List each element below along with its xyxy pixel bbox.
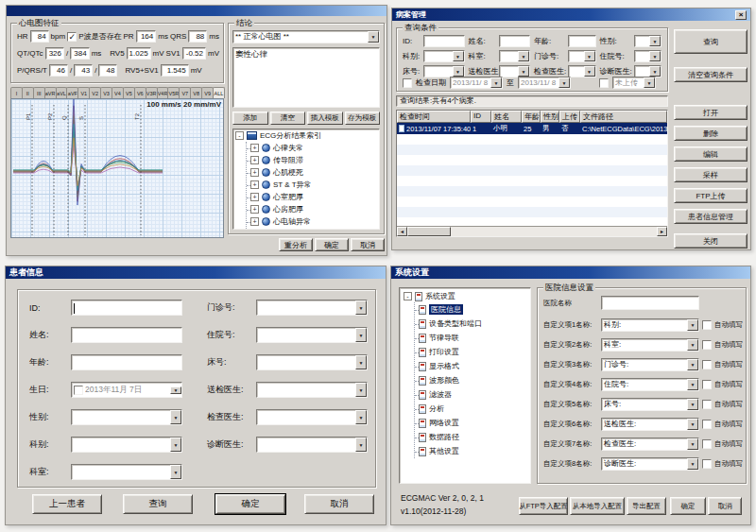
expand-icon[interactable]: + <box>250 217 259 226</box>
upload-filter-combo[interactable]: 未上传 ▼ <box>612 77 656 89</box>
side-button-6[interactable]: FTP上传 <box>674 188 747 203</box>
chevron-down-icon[interactable]: ▼ <box>687 319 698 331</box>
conclusion-tree-item-0[interactable]: +心律失常 <box>249 142 379 154</box>
chevron-down-icon[interactable]: ▼ <box>649 66 661 77</box>
sv1-value[interactable]: -0.52 <box>182 47 206 60</box>
chevron-down-icon[interactable]: ▼ <box>170 465 181 479</box>
lead-tab-v5[interactable]: V5 <box>123 87 135 98</box>
settings-footer-button-3[interactable]: 确定 <box>670 497 706 515</box>
combo-input[interactable]: ▼ <box>634 50 662 62</box>
conclusion-tree-item-2[interactable]: +心肌梗死 <box>249 166 379 179</box>
settings-window-titlebar[interactable]: 系统设置 <box>391 266 750 279</box>
lead-tab-i[interactable]: I <box>10 87 23 98</box>
chevron-down-icon[interactable]: ▼ <box>453 51 464 61</box>
side-button-3[interactable]: 删除 <box>674 126 747 141</box>
side-button-1[interactable]: 清空查询条件 <box>674 67 747 82</box>
combo-input[interactable]: ▼ <box>568 50 596 62</box>
text-input[interactable] <box>423 35 465 47</box>
ecg-footer-button-1[interactable]: 确定 <box>315 238 349 251</box>
date-to-combo[interactable]: 2013/11/ 8 ▼ <box>518 77 571 89</box>
autofill-checkbox[interactable] <box>702 320 712 330</box>
combo-input[interactable]: 送检医生:▼ <box>601 418 699 431</box>
rv5sv1-value[interactable]: 1.545 <box>161 64 189 77</box>
patient-button-3[interactable]: 取消 <box>304 494 374 514</box>
close-icon[interactable]: × <box>735 10 747 20</box>
settings-footer-button-1[interactable]: 从本地导入配置 <box>570 497 625 515</box>
side-button-7[interactable]: 患者信息管理 <box>674 209 747 224</box>
rv5-value[interactable]: 1.025 <box>127 47 151 60</box>
records-window-titlebar[interactable]: 病案管理 × <box>392 9 750 21</box>
qrs-axis-value[interactable]: 43 <box>74 64 93 77</box>
combo-input[interactable]: ▼ <box>256 327 368 343</box>
conclusion-textarea[interactable]: 窦性心律 <box>232 47 380 108</box>
side-button-2[interactable]: 打开 <box>674 105 747 120</box>
combo-input[interactable]: 科室:▼ <box>601 338 699 352</box>
combo-input[interactable]: 科别:▼ <box>601 318 699 332</box>
qt-value[interactable]: 326 <box>45 47 64 60</box>
chevron-down-icon[interactable]: ▼ <box>687 458 698 470</box>
chevron-down-icon[interactable]: ▼ <box>687 438 698 450</box>
lead-tab-ii[interactable]: II <box>22 87 34 98</box>
combo-input[interactable]: ▼ <box>256 354 368 370</box>
chevron-down-icon[interactable]: ▼ <box>649 51 661 61</box>
text-input[interactable] <box>499 35 531 47</box>
text-input[interactable] <box>71 327 182 343</box>
autofill-checkbox[interactable] <box>702 340 712 350</box>
exam-date-checkbox[interactable] <box>403 78 412 88</box>
pr-value[interactable]: 164 <box>136 30 157 43</box>
conclusion-tree-item-4[interactable]: +心室肥厚 <box>249 191 379 203</box>
date-from-combo[interactable]: 2013/11/ 8 ▼ <box>450 77 503 89</box>
combo-input[interactable]: ▼ <box>256 437 368 453</box>
chevron-down-icon[interactable]: ▼ <box>687 359 698 370</box>
lead-tab-iii[interactable]: III <box>33 87 45 98</box>
combo-input[interactable]: ▼ <box>71 409 182 425</box>
chevron-down-icon[interactable]: ▼ <box>453 66 464 77</box>
settings-tree-item-7[interactable]: 分析 <box>417 402 528 416</box>
chevron-down-icon[interactable]: ▼ <box>687 379 698 390</box>
combo-input[interactable]: ▼ <box>423 50 465 62</box>
combo-input[interactable]: 床号:▼ <box>601 398 699 411</box>
expand-icon[interactable]: + <box>250 205 259 214</box>
expand-icon[interactable]: + <box>250 180 259 189</box>
settings-tree-item-6[interactable]: 滤波器 <box>417 387 528 402</box>
chevron-down-icon[interactable]: ▼ <box>687 339 698 351</box>
patient-button-0[interactable]: 上一患者 <box>32 494 102 514</box>
combo-input[interactable]: ▼ <box>256 409 368 425</box>
autofill-checkbox[interactable] <box>702 459 712 469</box>
autofill-checkbox[interactable] <box>702 380 712 389</box>
column-header-0[interactable]: 检查时间 <box>397 111 471 123</box>
lead-tab-v3r[interactable]: V3R <box>146 87 158 98</box>
chevron-down-icon[interactable]: ▼ <box>368 31 379 43</box>
autofill-checkbox[interactable] <box>702 420 712 429</box>
scroll-left-icon[interactable]: ◄ <box>397 227 407 236</box>
settings-tree-item-3[interactable]: 打印设置 <box>417 345 528 359</box>
settings-tree-root[interactable]: -系统设置 <box>402 290 528 302</box>
horizontal-scrollbar[interactable]: ◄ ► <box>397 226 667 236</box>
settings-tree-item-10[interactable]: 其他设置 <box>417 444 528 458</box>
ecg-footer-button-0[interactable]: 重分析 <box>279 238 313 251</box>
expand-icon[interactable]: + <box>250 144 259 152</box>
autofill-checkbox[interactable] <box>702 439 712 449</box>
lead-tab-v6[interactable]: V6 <box>134 87 146 98</box>
chevron-down-icon[interactable]: ▼ <box>170 386 181 394</box>
combo-input[interactable]: 检查医生:▼ <box>601 438 699 451</box>
ecg-chart[interactable]: 100 mm/s 20 mm/mV P1P2QST2 <box>10 98 224 238</box>
conclusion-button-0[interactable]: 添加 <box>232 112 268 125</box>
patient-window-titlebar[interactable]: 患者信息 <box>6 266 386 279</box>
autofill-checkbox[interactable] <box>702 360 712 369</box>
combo-input[interactable]: ▼ <box>256 382 368 398</box>
column-header-4[interactable]: 性别 <box>541 111 559 123</box>
lead-tab-avr[interactable]: aVR <box>44 87 57 98</box>
chevron-down-icon[interactable]: ▼ <box>649 36 661 46</box>
settings-footer-button-4[interactable]: 取消 <box>708 497 742 515</box>
lead-tab-all[interactable]: ALL <box>213 87 225 98</box>
conclusion-tree-item-7[interactable]: +其它 <box>249 228 379 230</box>
text-input[interactable] <box>568 35 596 47</box>
settings-footer-button-0[interactable]: 从FTP导入配置 <box>519 497 568 515</box>
chevron-down-icon[interactable]: ▼ <box>355 438 367 452</box>
settings-tree-item-4[interactable]: 显示格式 <box>417 359 528 373</box>
settings-tree-item-2[interactable]: 节律导联 <box>417 331 528 345</box>
combo-input[interactable]: ▼ <box>71 437 182 453</box>
conclusion-button-3[interactable]: 存为模板 <box>345 112 381 125</box>
column-header-6[interactable]: 文件路径 <box>580 111 667 123</box>
